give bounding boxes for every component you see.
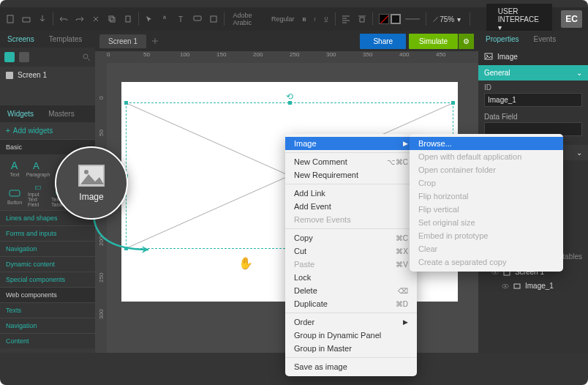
menu-new-comment[interactable]: New Comment⌥⌘C: [285, 155, 417, 168]
image-widget-callout: Image: [55, 146, 128, 220]
menu-order[interactable]: Order▶: [285, 315, 417, 329]
menu-new-requirement[interactable]: New Requirement: [285, 168, 417, 182]
stroke-swatch[interactable]: [391, 14, 401, 24]
paste-screen-icon[interactable]: [19, 52, 29, 62]
opacity-value[interactable]: 75%: [440, 15, 454, 23]
eyedropper-icon[interactable]: [432, 15, 440, 23]
resize-handle[interactable]: [124, 101, 128, 105]
fill-swatch[interactable]: [379, 14, 389, 24]
add-screen-icon[interactable]: [4, 52, 15, 62]
bold-icon[interactable]: B: [301, 15, 308, 23]
submenu-arrow-icon: ▶: [403, 318, 408, 326]
svg-rect-3: [126, 16, 130, 22]
selected-element-row: Image: [478, 48, 588, 65]
stroke-style-icon[interactable]: [405, 15, 420, 23]
svg-text:I: I: [314, 17, 315, 23]
section-general[interactable]: General⌄: [478, 65, 588, 81]
open-icon[interactable]: [22, 15, 31, 23]
outline-image[interactable]: Image_1: [478, 279, 588, 293]
menu-delete[interactable]: Delete⌫: [285, 284, 417, 297]
menu-duplicate[interactable]: Duplicate⌘D: [285, 297, 417, 310]
svg-text:U: U: [324, 16, 328, 21]
tab-properties[interactable]: Properties: [478, 31, 527, 48]
paste-icon[interactable]: [124, 15, 132, 23]
category-dynamic[interactable]: Dynamic content: [0, 256, 95, 272]
rotate-handle-icon[interactable]: ⟲: [286, 91, 293, 102]
widget-paragraph[interactable]: A̲Paragraph: [28, 157, 48, 179]
tab-widgets[interactable]: Widgets: [0, 105, 41, 122]
undo-icon[interactable]: [59, 15, 68, 23]
datafield-label: Data Field: [484, 113, 582, 121]
menu-remove-events: Remove Events: [285, 213, 417, 226]
submenu-crop: Crop: [410, 176, 563, 190]
redo-icon[interactable]: [75, 15, 84, 23]
screen-item[interactable]: Screen 1: [0, 67, 95, 83]
widget-input-text[interactable]: Input Text Field: [28, 185, 48, 207]
menu-save-image[interactable]: Save as image: [285, 360, 417, 373]
visibility-icon[interactable]: [502, 283, 509, 290]
ruler-horizontal: 050100150200250300350400450: [95, 51, 478, 63]
simulate-button[interactable]: Simulate: [409, 34, 458, 49]
tab-screens[interactable]: Screens: [0, 31, 42, 48]
color-swatches: [379, 14, 401, 24]
menu-cut[interactable]: Cut⌘X: [285, 244, 417, 258]
font-select[interactable]: Adobe Arabic: [230, 10, 264, 28]
text-icon[interactable]: T: [177, 15, 186, 23]
font-weight-select[interactable]: Regular: [268, 14, 298, 24]
menu-image[interactable]: Image▶: [285, 137, 417, 150]
canvas-tab[interactable]: Screen 1: [99, 34, 146, 48]
id-input[interactable]: [484, 93, 582, 107]
opacity-chevron-icon[interactable]: ▾: [457, 15, 461, 23]
simulate-settings-icon[interactable]: ⚙: [459, 34, 474, 49]
underline-icon[interactable]: U: [323, 15, 330, 23]
category-web-texts[interactable]: Texts: [0, 302, 95, 318]
add-widgets-button[interactable]: + Add widgets: [0, 122, 95, 139]
widget-text[interactable]: AText: [4, 157, 25, 179]
menu-add-event[interactable]: Add Event: [285, 200, 417, 213]
top-toolbar: T Adobe Arabic Regular B I U 75% ▾: [0, 7, 588, 31]
category-web-head[interactable]: Web components: [0, 287, 95, 302]
user-badge[interactable]: EC: [561, 10, 582, 28]
category-web-nav[interactable]: Navigation: [0, 318, 95, 333]
submenu-separated-copy: Create a separated copy: [410, 255, 563, 269]
submenu-browse[interactable]: Browse...: [410, 137, 563, 150]
copy-icon[interactable]: [108, 15, 116, 23]
category-forms[interactable]: Forms and inputs: [0, 225, 95, 241]
shape-icon[interactable]: [209, 15, 218, 23]
widget-button[interactable]: Button: [4, 185, 25, 207]
hand-icon[interactable]: [161, 15, 170, 23]
menu-add-link[interactable]: Add Link: [285, 187, 417, 200]
submenu-clear: Clear: [410, 242, 563, 255]
image-widget-label: Image: [79, 192, 103, 202]
menu-group-master[interactable]: Group in Master: [285, 342, 417, 355]
svg-rect-0: [7, 15, 13, 23]
align-top-icon[interactable]: [358, 15, 366, 23]
tool-icon-group: T: [145, 15, 218, 23]
cut-icon[interactable]: [91, 15, 100, 23]
svg-text:A: A: [11, 160, 18, 171]
new-file-icon[interactable]: [6, 15, 15, 23]
resize-handle[interactable]: [451, 101, 455, 105]
save-icon[interactable]: [38, 15, 47, 23]
resize-handle[interactable]: [288, 101, 292, 105]
add-tab-icon[interactable]: [151, 37, 159, 45]
category-nav[interactable]: Navigation: [0, 241, 95, 256]
tab-events[interactable]: Events: [527, 31, 564, 48]
svg-text:B: B: [303, 17, 306, 23]
menu-group-dynamic[interactable]: Group in Dynamic Panel: [285, 329, 417, 342]
menu-copy[interactable]: Copy⌘C: [285, 231, 417, 244]
italic-icon[interactable]: I: [312, 15, 319, 23]
align-left-icon[interactable]: [342, 15, 350, 23]
comment-icon[interactable]: [193, 15, 202, 23]
tab-templates[interactable]: Templates: [42, 31, 90, 48]
svg-text:A̲: A̲: [33, 160, 39, 171]
search-icon[interactable]: [82, 53, 91, 61]
pointer-icon[interactable]: [145, 15, 154, 23]
submenu-flip-v: Flip vertical: [410, 203, 563, 216]
tab-masters[interactable]: Masters: [41, 105, 82, 122]
file-icon-group: [6, 15, 47, 23]
category-web-content[interactable]: Content: [0, 333, 95, 348]
menu-lock[interactable]: Lock: [285, 271, 417, 284]
category-special[interactable]: Special components: [0, 272, 95, 287]
share-button[interactable]: Share: [360, 34, 406, 49]
